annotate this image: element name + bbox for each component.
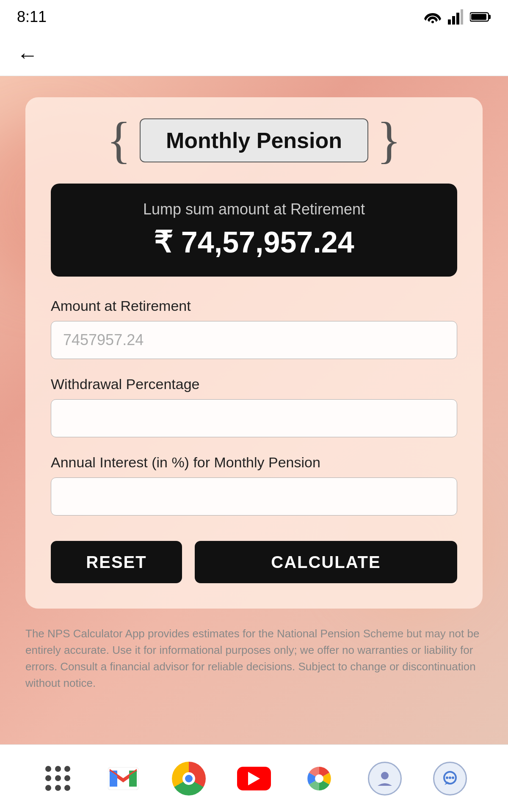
- svg-rect-6: [489, 15, 491, 19]
- withdrawal-input[interactable]: [51, 399, 457, 437]
- assistant-icon: [368, 762, 402, 796]
- messages-button[interactable]: [431, 760, 469, 798]
- buttons-row: RESET CALCULATE: [51, 541, 457, 583]
- svg-point-17: [446, 776, 448, 779]
- assistant-button[interactable]: [366, 760, 404, 798]
- gmail-icon: [108, 767, 138, 790]
- photos-button[interactable]: [300, 760, 338, 798]
- interest-label: Annual Interest (in %) for Monthly Pensi…: [51, 454, 457, 471]
- brace-right-icon: }: [377, 120, 401, 161]
- svg-rect-2: [452, 16, 455, 25]
- page-title: Monthly Pension: [166, 128, 342, 153]
- svg-point-0: [431, 21, 434, 23]
- top-nav: ←: [0, 34, 508, 76]
- status-icons: [424, 9, 491, 25]
- svg-point-14: [315, 774, 323, 783]
- status-bar: 8:11: [0, 0, 508, 34]
- youtube-button[interactable]: [235, 760, 273, 798]
- interest-input[interactable]: [51, 477, 457, 516]
- svg-point-18: [449, 776, 451, 779]
- withdrawal-label: Withdrawal Percentage: [51, 376, 457, 392]
- title-box: Monthly Pension: [140, 118, 368, 162]
- disclaimer-text: The NPS Calculator App provides estimate…: [25, 625, 483, 691]
- svg-rect-3: [456, 13, 459, 25]
- wifi-icon: [424, 11, 441, 23]
- svg-rect-1: [448, 19, 451, 25]
- youtube-icon: [237, 767, 271, 790]
- brace-left-icon: }: [107, 120, 131, 161]
- messages-icon: [433, 762, 467, 796]
- amount-input[interactable]: [51, 321, 457, 359]
- status-time: 8:11: [17, 8, 47, 26]
- calculate-button[interactable]: CALCULATE: [195, 541, 457, 583]
- grid-icon: [45, 766, 71, 791]
- result-label: Lump sum amount at Retirement: [72, 200, 436, 218]
- chrome-button[interactable]: [170, 760, 208, 798]
- svg-point-15: [381, 772, 389, 779]
- main-content: } Monthly Pension } Lump sum amount at R…: [0, 76, 508, 744]
- calculator-card: } Monthly Pension } Lump sum amount at R…: [25, 97, 483, 609]
- svg-rect-4: [461, 9, 463, 25]
- chrome-icon: [172, 762, 206, 796]
- amount-label: Amount at Retirement: [51, 298, 457, 314]
- gmail-button[interactable]: [104, 760, 142, 798]
- title-row: } Monthly Pension }: [51, 118, 457, 162]
- apps-grid-button[interactable]: [39, 760, 77, 798]
- photos-icon: [304, 763, 334, 794]
- reset-button[interactable]: RESET: [51, 541, 182, 583]
- bottom-dock: [0, 744, 508, 812]
- back-button[interactable]: ←: [17, 44, 38, 66]
- result-value: ₹ 74,57,957.24: [72, 225, 436, 260]
- svg-rect-7: [471, 14, 486, 20]
- result-card: Lump sum amount at Retirement ₹ 74,57,95…: [51, 184, 457, 277]
- signal-icon: [448, 9, 463, 25]
- battery-icon: [470, 11, 491, 23]
- svg-point-19: [452, 776, 454, 779]
